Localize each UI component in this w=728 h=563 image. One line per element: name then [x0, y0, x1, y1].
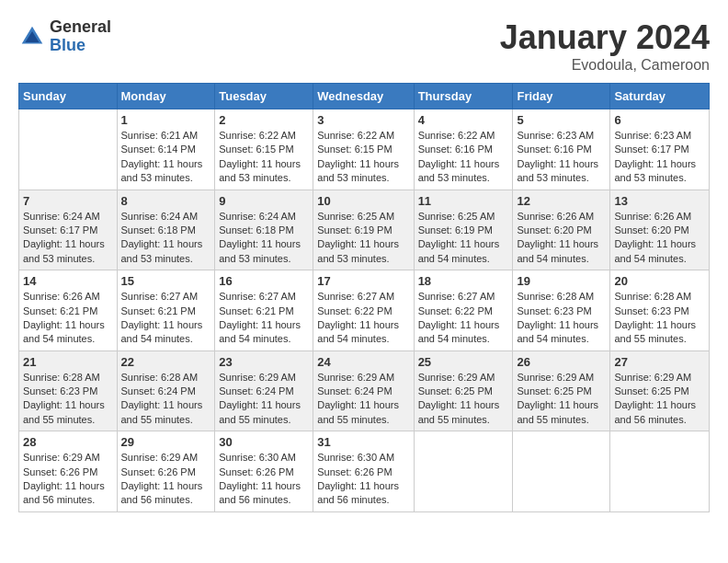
- day-number: 12: [517, 194, 606, 208]
- logo-text: General Blue: [50, 18, 111, 55]
- calendar-cell: 4Sunrise: 6:22 AMSunset: 6:16 PMDaylight…: [414, 109, 513, 190]
- calendar-cell: 6Sunrise: 6:23 AMSunset: 6:17 PMDaylight…: [610, 109, 710, 190]
- calendar-cell: 22Sunrise: 6:28 AMSunset: 6:24 PMDayligh…: [117, 350, 215, 431]
- day-info: Sunrise: 6:30 AMSunset: 6:26 PMDaylight:…: [219, 451, 309, 508]
- day-info: Sunrise: 6:29 AMSunset: 6:26 PMDaylight:…: [23, 451, 113, 508]
- col-tuesday: Tuesday: [215, 84, 313, 109]
- calendar-cell: [610, 431, 710, 512]
- day-info: Sunrise: 6:28 AMSunset: 6:23 PMDaylight:…: [614, 290, 705, 347]
- calendar-cell: 7Sunrise: 6:24 AMSunset: 6:17 PMDaylight…: [19, 190, 118, 270]
- day-info: Sunrise: 6:29 AMSunset: 6:26 PMDaylight:…: [121, 451, 211, 508]
- calendar-cell: 11Sunrise: 6:25 AMSunset: 6:19 PMDayligh…: [414, 190, 513, 270]
- calendar-cell: 5Sunrise: 6:23 AMSunset: 6:16 PMDaylight…: [513, 109, 610, 190]
- day-info: Sunrise: 6:24 AMSunset: 6:18 PMDaylight:…: [121, 210, 211, 267]
- day-info: Sunrise: 6:26 AMSunset: 6:20 PMDaylight:…: [614, 210, 705, 267]
- day-number: 25: [418, 355, 509, 369]
- logo-blue: Blue: [50, 37, 111, 55]
- col-saturday: Saturday: [610, 84, 710, 109]
- day-number: 8: [121, 194, 211, 208]
- col-sunday: Sunday: [19, 84, 118, 109]
- day-info: Sunrise: 6:27 AMSunset: 6:22 PMDaylight:…: [317, 290, 409, 347]
- calendar-cell: 1Sunrise: 6:21 AMSunset: 6:14 PMDaylight…: [117, 109, 215, 190]
- calendar-cell: 29Sunrise: 6:29 AMSunset: 6:26 PMDayligh…: [117, 431, 215, 512]
- logo: General Blue: [18, 18, 111, 55]
- calendar-title: January 2024: [500, 18, 710, 57]
- day-number: 26: [517, 355, 606, 369]
- day-info: Sunrise: 6:27 AMSunset: 6:21 PMDaylight:…: [219, 290, 309, 347]
- day-number: 29: [121, 435, 211, 449]
- calendar-cell: 20Sunrise: 6:28 AMSunset: 6:23 PMDayligh…: [610, 270, 710, 351]
- day-number: 6: [614, 113, 705, 127]
- day-info: Sunrise: 6:22 AMSunset: 6:15 PMDaylight:…: [219, 129, 309, 186]
- calendar-cell: 31Sunrise: 6:30 AMSunset: 6:26 PMDayligh…: [313, 431, 414, 512]
- day-number: 20: [614, 274, 705, 288]
- calendar-cell: 14Sunrise: 6:26 AMSunset: 6:21 PMDayligh…: [19, 270, 118, 351]
- day-info: Sunrise: 6:21 AMSunset: 6:14 PMDaylight:…: [121, 129, 211, 186]
- day-number: 4: [418, 113, 509, 127]
- calendar-cell: [19, 109, 118, 190]
- calendar-cell: [414, 431, 513, 512]
- day-info: Sunrise: 6:29 AMSunset: 6:24 PMDaylight:…: [219, 371, 309, 428]
- page-header: General Blue January 2024 Evodoula, Came…: [18, 18, 710, 74]
- day-info: Sunrise: 6:26 AMSunset: 6:21 PMDaylight:…: [23, 290, 113, 347]
- day-info: Sunrise: 6:29 AMSunset: 6:24 PMDaylight:…: [317, 371, 409, 428]
- week-row-4: 21Sunrise: 6:28 AMSunset: 6:23 PMDayligh…: [19, 350, 710, 431]
- calendar-body: 1Sunrise: 6:21 AMSunset: 6:14 PMDaylight…: [19, 109, 710, 512]
- calendar-cell: 25Sunrise: 6:29 AMSunset: 6:25 PMDayligh…: [414, 350, 513, 431]
- day-info: Sunrise: 6:30 AMSunset: 6:26 PMDaylight:…: [317, 451, 409, 508]
- day-number: 22: [121, 355, 211, 369]
- day-info: Sunrise: 6:22 AMSunset: 6:16 PMDaylight:…: [418, 129, 509, 186]
- header-row: Sunday Monday Tuesday Wednesday Thursday…: [19, 84, 710, 109]
- day-number: 3: [317, 113, 409, 127]
- calendar-subtitle: Evodoula, Cameroon: [500, 57, 710, 74]
- day-number: 5: [517, 113, 606, 127]
- day-info: Sunrise: 6:22 AMSunset: 6:15 PMDaylight:…: [317, 129, 409, 186]
- calendar-cell: [513, 431, 610, 512]
- day-info: Sunrise: 6:27 AMSunset: 6:22 PMDaylight:…: [418, 290, 509, 347]
- day-number: 14: [23, 274, 113, 288]
- day-number: 9: [219, 194, 309, 208]
- day-number: 23: [219, 355, 309, 369]
- day-info: Sunrise: 6:26 AMSunset: 6:20 PMDaylight:…: [517, 210, 606, 267]
- day-info: Sunrise: 6:28 AMSunset: 6:23 PMDaylight:…: [517, 290, 606, 347]
- calendar-cell: 8Sunrise: 6:24 AMSunset: 6:18 PMDaylight…: [117, 190, 215, 270]
- title-block: January 2024 Evodoula, Cameroon: [500, 18, 710, 74]
- col-monday: Monday: [117, 84, 215, 109]
- day-info: Sunrise: 6:28 AMSunset: 6:23 PMDaylight:…: [23, 371, 113, 428]
- calendar-cell: 17Sunrise: 6:27 AMSunset: 6:22 PMDayligh…: [313, 270, 414, 351]
- day-number: 2: [219, 113, 309, 127]
- day-info: Sunrise: 6:23 AMSunset: 6:16 PMDaylight:…: [517, 129, 606, 186]
- calendar-cell: 19Sunrise: 6:28 AMSunset: 6:23 PMDayligh…: [513, 270, 610, 351]
- calendar-cell: 12Sunrise: 6:26 AMSunset: 6:20 PMDayligh…: [513, 190, 610, 270]
- day-number: 21: [23, 355, 113, 369]
- calendar-cell: 13Sunrise: 6:26 AMSunset: 6:20 PMDayligh…: [610, 190, 710, 270]
- day-number: 15: [121, 274, 211, 288]
- day-number: 28: [23, 435, 113, 449]
- calendar-cell: 21Sunrise: 6:28 AMSunset: 6:23 PMDayligh…: [19, 350, 118, 431]
- logo-general: General: [50, 18, 111, 37]
- logo-icon: [18, 23, 46, 51]
- day-info: Sunrise: 6:25 AMSunset: 6:19 PMDaylight:…: [317, 210, 409, 267]
- calendar-cell: 27Sunrise: 6:29 AMSunset: 6:25 PMDayligh…: [610, 350, 710, 431]
- col-wednesday: Wednesday: [313, 84, 414, 109]
- calendar-header: Sunday Monday Tuesday Wednesday Thursday…: [19, 84, 710, 109]
- day-number: 1: [121, 113, 211, 127]
- day-info: Sunrise: 6:29 AMSunset: 6:25 PMDaylight:…: [517, 371, 606, 428]
- day-info: Sunrise: 6:24 AMSunset: 6:17 PMDaylight:…: [23, 210, 113, 267]
- week-row-1: 1Sunrise: 6:21 AMSunset: 6:14 PMDaylight…: [19, 109, 710, 190]
- week-row-3: 14Sunrise: 6:26 AMSunset: 6:21 PMDayligh…: [19, 270, 710, 351]
- day-number: 31: [317, 435, 409, 449]
- day-number: 13: [614, 194, 705, 208]
- col-thursday: Thursday: [414, 84, 513, 109]
- calendar-cell: 10Sunrise: 6:25 AMSunset: 6:19 PMDayligh…: [313, 190, 414, 270]
- calendar-cell: 16Sunrise: 6:27 AMSunset: 6:21 PMDayligh…: [215, 270, 313, 351]
- day-number: 27: [614, 355, 705, 369]
- day-number: 17: [317, 274, 409, 288]
- day-info: Sunrise: 6:25 AMSunset: 6:19 PMDaylight:…: [418, 210, 509, 267]
- day-info: Sunrise: 6:28 AMSunset: 6:24 PMDaylight:…: [121, 371, 211, 428]
- week-row-5: 28Sunrise: 6:29 AMSunset: 6:26 PMDayligh…: [19, 431, 710, 512]
- day-info: Sunrise: 6:27 AMSunset: 6:21 PMDaylight:…: [121, 290, 211, 347]
- day-info: Sunrise: 6:29 AMSunset: 6:25 PMDaylight:…: [614, 371, 705, 428]
- day-info: Sunrise: 6:23 AMSunset: 6:17 PMDaylight:…: [614, 129, 705, 186]
- calendar-cell: 9Sunrise: 6:24 AMSunset: 6:18 PMDaylight…: [215, 190, 313, 270]
